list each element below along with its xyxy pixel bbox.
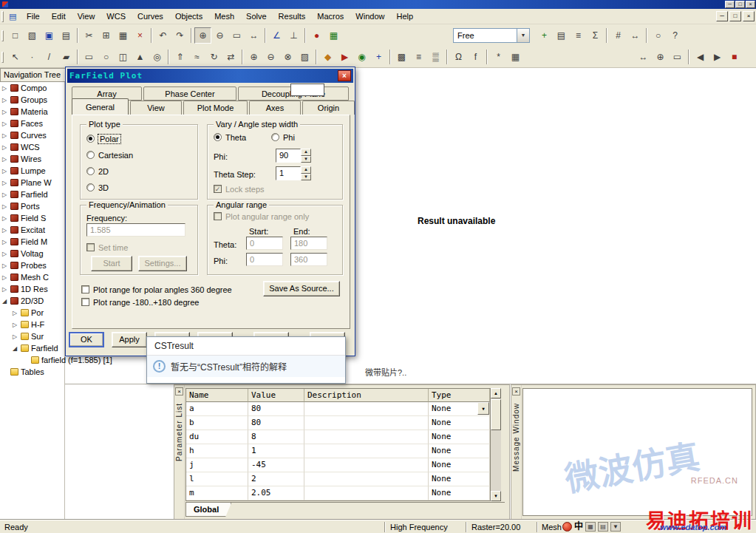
- param-name[interactable]: a: [186, 402, 248, 416]
- param-desc[interactable]: [304, 430, 429, 444]
- param-type[interactable]: None: [429, 486, 490, 500]
- ime-softkeyboard-icon[interactable]: ▦: [585, 522, 596, 532]
- checkbox-icon[interactable]: [86, 243, 95, 251]
- param-value[interactable]: 80: [248, 402, 304, 416]
- theta-step-value[interactable]: 1: [276, 166, 301, 180]
- tab-global[interactable]: Global: [185, 503, 231, 517]
- theta-start-input[interactable]: 0: [246, 237, 283, 250]
- set-time-checkbox[interactable]: Set time: [86, 242, 128, 252]
- param-value[interactable]: -45: [248, 458, 304, 472]
- expand-arrow-icon[interactable]: ▷: [2, 274, 10, 281]
- tab-view[interactable]: View: [130, 101, 182, 115]
- menu-macros[interactable]: Macros: [311, 10, 350, 24]
- expand-arrow-icon[interactable]: ▷: [2, 97, 10, 103]
- param-desc[interactable]: [304, 472, 429, 486]
- previous-button[interactable]: ◀: [692, 49, 709, 65]
- expand-arrow-icon[interactable]: ▷: [2, 191, 10, 198]
- tree-item[interactable]: ▷Voltag: [0, 248, 64, 259]
- apply-button[interactable]: Apply: [112, 332, 147, 347]
- marker-button[interactable]: ●: [308, 27, 325, 44]
- close-icon[interactable]: ×: [175, 387, 183, 395]
- scrollbar-track[interactable]: [491, 430, 501, 491]
- menu-edit[interactable]: Edit: [46, 10, 72, 24]
- param-desc[interactable]: [304, 402, 429, 416]
- 2d-radio[interactable]: 2D: [86, 166, 109, 176]
- param-name[interactable]: l: [186, 472, 248, 486]
- paste-button[interactable]: ▦: [115, 27, 132, 44]
- tree-item[interactable]: ▷Field S: [0, 212, 64, 224]
- param-desc[interactable]: [304, 486, 429, 500]
- delete-button[interactable]: ×: [132, 27, 149, 44]
- table-row[interactable]: l2None: [186, 472, 490, 486]
- tree-item[interactable]: ▷1D Res: [0, 283, 64, 295]
- theta-radio[interactable]: Theta: [214, 132, 246, 142]
- expand-arrow-icon[interactable]: ◢: [13, 345, 21, 352]
- document-icon[interactable]: ▤: [9, 12, 18, 21]
- grid-button[interactable]: ▦: [325, 27, 342, 44]
- units-button[interactable]: Ω: [450, 49, 467, 65]
- extrude-button[interactable]: ⇑: [171, 49, 188, 65]
- measure-button[interactable]: ↔: [635, 49, 652, 65]
- loft-button[interactable]: ≈: [188, 49, 205, 65]
- expand-arrow-icon[interactable]: ▷: [2, 120, 10, 127]
- info-button[interactable]: ○: [650, 27, 667, 44]
- expand-arrow-icon[interactable]: ▷: [2, 251, 10, 257]
- boundary-button[interactable]: ▩: [393, 49, 410, 65]
- pan-button[interactable]: ↔: [245, 27, 262, 44]
- param-type[interactable]: None: [429, 430, 490, 444]
- farfield-button[interactable]: *: [490, 49, 507, 65]
- param-desc[interactable]: [304, 444, 429, 458]
- expand-arrow-icon[interactable]: ▷: [2, 180, 10, 186]
- polar-radio[interactable]: Polar: [86, 134, 120, 143]
- tree-item[interactable]: ▷Curves: [0, 129, 64, 141]
- settings-button[interactable]: Settings...: [138, 256, 187, 271]
- dialog-titlebar[interactable]: FarField Plot ×: [67, 69, 353, 83]
- param-name[interactable]: h: [186, 444, 248, 458]
- checkbox-icon[interactable]: [81, 298, 89, 306]
- table-row[interactable]: m2.05None: [186, 486, 490, 500]
- expand-arrow-icon[interactable]: ▷: [13, 310, 21, 316]
- tree-item[interactable]: ▷Faces: [0, 118, 64, 129]
- cartesian-radio[interactable]: Cartesian: [86, 150, 133, 160]
- boolean-subtract-button[interactable]: ⊖: [262, 49, 279, 65]
- radio-icon[interactable]: [86, 151, 95, 159]
- tree-item[interactable]: ▷Por: [0, 307, 64, 319]
- cone-button[interactable]: ▲: [132, 49, 149, 65]
- radio-icon[interactable]: [214, 133, 222, 141]
- checkbox-icon[interactable]: [81, 285, 89, 293]
- tree-item[interactable]: ▷Mesh C: [0, 271, 64, 283]
- navigation-tree-header[interactable]: Navigation Tree: [0, 68, 71, 82]
- vertical-scrollbar[interactable]: ▲ ▼: [491, 388, 501, 501]
- toolbar-grip[interactable]: [1, 30, 4, 41]
- frequency-button[interactable]: f: [467, 49, 484, 65]
- sphere-button[interactable]: ○: [98, 49, 115, 65]
- rotate-button[interactable]: ↻: [205, 49, 222, 65]
- scroll-down-icon[interactable]: ▼: [491, 491, 501, 501]
- tab-plot-mode[interactable]: Plot Mode: [183, 101, 248, 115]
- save-button[interactable]: ▣: [41, 27, 58, 44]
- start-button[interactable]: Start: [91, 256, 132, 271]
- tab-phase-center[interactable]: Phase Center: [143, 86, 236, 101]
- boolean-intersect-button[interactable]: ⊗: [279, 49, 296, 65]
- close-button[interactable]: ×: [746, 1, 755, 8]
- menu-results[interactable]: Results: [273, 10, 312, 24]
- monitor-button[interactable]: ◉: [353, 49, 370, 65]
- history-button[interactable]: ≡: [570, 27, 587, 44]
- cylinder-button[interactable]: ◫: [115, 49, 132, 65]
- stepper-up-icon[interactable]: ▲: [301, 166, 311, 174]
- mdi-restore-button[interactable]: □: [729, 11, 741, 21]
- tree-item[interactable]: ▷Ports: [0, 200, 64, 212]
- menu-objects[interactable]: Objects: [169, 10, 208, 24]
- tree-item[interactable]: ▷H-F: [0, 319, 64, 330]
- theta-end-input[interactable]: 180: [290, 237, 327, 250]
- param-desc[interactable]: [304, 416, 429, 430]
- zoom-out-button[interactable]: ⊖: [211, 27, 228, 44]
- expand-arrow-icon[interactable]: ▷: [2, 286, 10, 293]
- phi-stepper[interactable]: 90 ▲▼: [276, 149, 311, 163]
- ime-chinese-icon[interactable]: 中: [574, 522, 583, 532]
- checkbox-icon[interactable]: ✓: [214, 185, 222, 193]
- pick-edge-button[interactable]: /: [41, 49, 58, 65]
- expand-arrow-icon[interactable]: ▷: [2, 85, 10, 92]
- tree-item[interactable]: ▷Groups: [0, 94, 64, 106]
- context-help-button[interactable]: ?: [667, 27, 684, 44]
